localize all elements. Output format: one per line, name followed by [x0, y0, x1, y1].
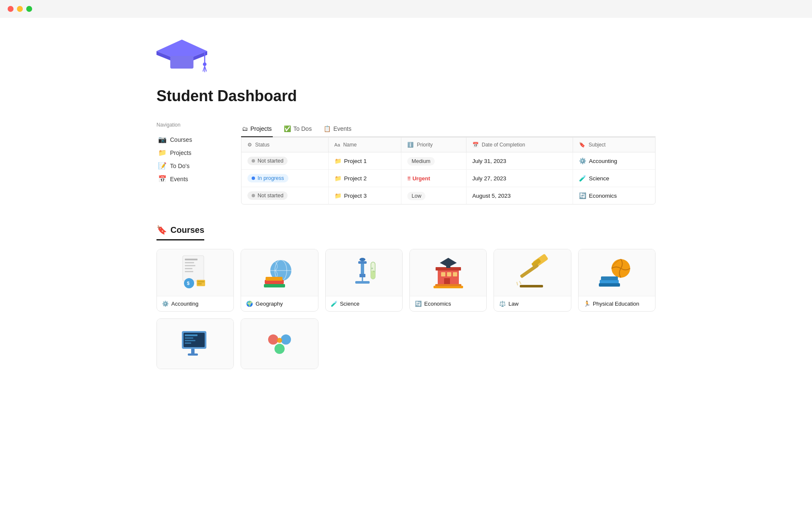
status-dot-icon — [252, 177, 255, 180]
table-row: Not started 📁 Project 1 Medium — [241, 152, 655, 170]
main-panel: 🗂 Projects ✅ To Dos 📋 Events — [241, 122, 656, 204]
course-card-geography[interactable]: 🌍 Geography — [241, 249, 318, 312]
course-card-accounting[interactable]: $ ⚙️ Accounting — [156, 249, 234, 312]
svg-rect-27 — [359, 274, 365, 277]
minimize-button[interactable] — [17, 6, 23, 12]
svg-rect-25 — [361, 262, 364, 275]
course-img-science — [326, 249, 402, 296]
tab-projects[interactable]: 🗂 Projects — [241, 122, 273, 137]
sidebar-item-todos[interactable]: 📝 To Do's — [156, 159, 224, 172]
col-subject: 🔖 Subject — [573, 138, 655, 152]
course-label-accounting: ⚙️ Accounting — [157, 296, 233, 311]
courses-grid-row2 — [156, 318, 656, 369]
table-row: In progress 📁 Project 2 — [241, 170, 655, 187]
status-dot-icon — [252, 159, 255, 163]
row2-completion: July 27, 2023 — [466, 170, 573, 187]
svg-text:$: $ — [187, 281, 189, 286]
svg-rect-57 — [185, 334, 198, 336]
courses-bookmark-icon: 🔖 — [156, 225, 167, 235]
row3-priority: Low — [401, 187, 466, 204]
course-card-cs[interactable] — [156, 318, 234, 369]
svg-rect-47 — [520, 263, 539, 278]
col-completion: 📅 Date of Completion — [466, 138, 573, 152]
tab-todos[interactable]: ✅ To Dos — [283, 122, 313, 137]
sidebar-item-courses-label: Courses — [170, 136, 192, 143]
row3-status: Not started — [241, 187, 328, 204]
svg-point-4 — [203, 62, 207, 66]
completion-col-icon: 📅 — [472, 142, 479, 148]
course-img-economics — [410, 249, 486, 296]
row2-name: 📁 Project 2 — [328, 170, 401, 187]
course-card-science[interactable]: 🧪 Science — [325, 249, 403, 312]
table-row: Not started 📁 Project 3 Low — [241, 187, 655, 204]
law-course-icon: ⚖️ — [499, 301, 506, 307]
page-title: Student Dashboard — [156, 87, 656, 105]
svg-rect-39 — [453, 272, 457, 276]
todos-tab-icon: ✅ — [284, 125, 291, 132]
svg-rect-11 — [185, 265, 195, 266]
svg-rect-12 — [185, 268, 192, 269]
layout: Navigation 📷 Courses 📁 Projects 📝 To Do'… — [156, 122, 656, 204]
main-content: Student Dashboard Navigation 📷 Courses 📁… — [131, 18, 681, 386]
col-status: ⚙ Status — [241, 138, 328, 152]
svg-rect-18 — [198, 283, 202, 284]
course-label-law: ⚖️ Law — [494, 296, 571, 311]
sidebar-item-projects[interactable]: 📁 Projects — [156, 146, 224, 159]
maximize-button[interactable] — [26, 6, 32, 12]
row3-completion: August 5, 2023 — [466, 187, 573, 204]
svg-rect-23 — [266, 277, 283, 281]
courses-section: 🔖 Courses $ — [156, 225, 656, 369]
course-label-science: 🧪 Science — [326, 296, 402, 311]
svg-rect-62 — [188, 353, 198, 356]
courses-nav-icon: 📷 — [158, 135, 167, 144]
row2-status: In progress — [241, 170, 328, 187]
svg-rect-32 — [371, 271, 375, 279]
name-col-icon: Aa — [335, 142, 340, 147]
course-img-sociology — [241, 319, 318, 369]
course-card-pe[interactable]: 🏃 Physical Education — [578, 249, 656, 312]
projects-tab-icon: 🗂 — [242, 125, 248, 132]
sidebar-item-events[interactable]: 📅 Events — [156, 172, 224, 185]
course-card-sociology[interactable] — [241, 318, 318, 369]
row3-subject: 🔄 Economics — [573, 187, 655, 204]
tab-events-label: Events — [333, 125, 351, 132]
col-name: Aa Name — [328, 138, 401, 152]
subject-col-icon: 🔖 — [579, 142, 585, 148]
svg-rect-16 — [197, 280, 205, 286]
science-course-icon: 🧪 — [331, 301, 337, 307]
svg-rect-24 — [264, 284, 285, 287]
sidebar-item-projects-label: Projects — [170, 149, 192, 156]
sidebar-item-events-label: Events — [170, 176, 188, 182]
svg-point-28 — [359, 258, 365, 261]
sidebar-item-courses[interactable]: 📷 Courses — [156, 133, 224, 146]
svg-rect-50 — [520, 285, 543, 287]
svg-line-49 — [517, 282, 518, 285]
events-nav-icon: 📅 — [158, 175, 167, 183]
course-img-pe — [579, 249, 655, 296]
svg-rect-61 — [191, 349, 195, 354]
row2-subject: 🧪 Science — [573, 170, 655, 187]
course-card-economics[interactable]: 🔄 Economics — [409, 249, 487, 312]
svg-point-63 — [268, 334, 278, 345]
status-col-icon: ⚙ — [247, 142, 252, 148]
accounting-course-icon: ⚙️ — [162, 301, 169, 307]
svg-point-33 — [371, 268, 373, 269]
courses-heading: 🔖 Courses — [156, 225, 204, 240]
urgent-icon: ‼️ — [407, 175, 411, 182]
row1-completion: July 31, 2023 — [466, 152, 573, 170]
svg-rect-60 — [185, 342, 191, 344]
economics-course-icon: 🔄 — [415, 301, 422, 307]
status-dot-icon — [252, 194, 255, 197]
svg-point-64 — [281, 334, 291, 345]
course-img-cs — [157, 319, 233, 369]
tab-events[interactable]: 📋 Events — [323, 122, 352, 137]
course-card-law[interactable]: ⚖️ Law — [494, 249, 571, 312]
svg-point-34 — [373, 271, 375, 272]
svg-rect-9 — [185, 259, 198, 260]
svg-point-66 — [277, 338, 282, 343]
svg-rect-13 — [185, 271, 193, 272]
svg-rect-17 — [198, 281, 204, 282]
events-tab-icon: 📋 — [324, 125, 331, 132]
tab-bar: 🗂 Projects ✅ To Dos 📋 Events — [241, 122, 656, 137]
close-button[interactable] — [8, 6, 14, 12]
